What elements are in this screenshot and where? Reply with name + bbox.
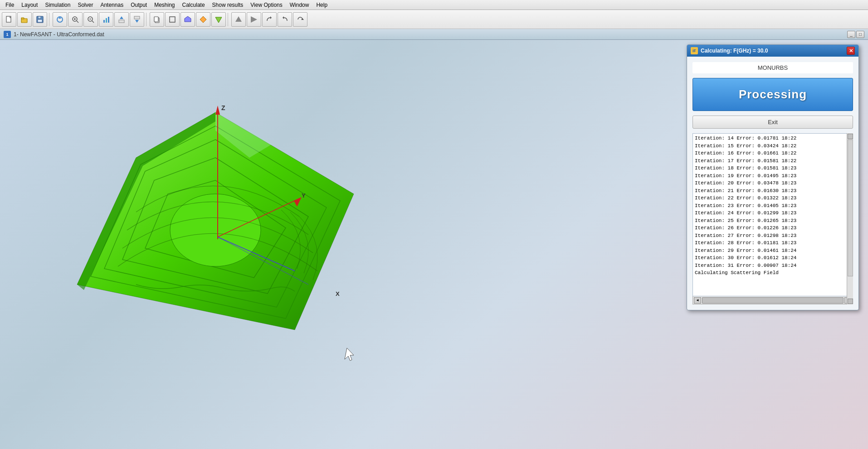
window-icon: 1 [4, 31, 11, 38]
log-line: Iteration: 20 Error: 0.03478 18:23 [695, 179, 851, 187]
scroll-thumb[interactable] [702, 297, 844, 304]
log-line: Iteration: 26 Error: 0.01226 18:23 [695, 224, 851, 232]
dialog-close-btn[interactable]: ✕ [847, 47, 855, 55]
log-line: Iteration: 16 Error: 0.01661 18:22 [695, 150, 851, 157]
log-line: Iteration: 27 Error: 0.01298 18:23 [695, 232, 851, 240]
svg-marker-42 [215, 106, 220, 115]
svg-rect-18 [119, 20, 124, 23]
toolbar-shape4-btn[interactable] [211, 12, 226, 27]
toolbar [0, 10, 868, 29]
log-line: Iteration: 15 Error: 0.03424 18:22 [695, 142, 851, 150]
svg-text:Y: Y [302, 192, 306, 199]
toolbar-zoom-out-btn[interactable] [83, 12, 98, 27]
processing-text: Processing [739, 87, 807, 101]
toolbar-nav-undo-btn[interactable] [278, 12, 292, 27]
toolbar-nav-redo-btn[interactable] [262, 12, 277, 27]
toolbar-shape1-btn[interactable] [165, 12, 180, 27]
model-area: Z Y X [0, 40, 700, 449]
toolbar-open-btn[interactable] [17, 12, 32, 27]
toolbar-shape3-btn[interactable] [196, 12, 210, 27]
toolbar-nav-right-btn[interactable] [247, 12, 261, 27]
toolbar-shape2-btn[interactable] [180, 12, 195, 27]
svg-rect-15 [103, 20, 105, 23]
menu-item-calculate[interactable]: Calculate [179, 1, 209, 9]
svg-rect-23 [154, 17, 158, 22]
3d-model: Z Y X [45, 63, 385, 380]
processing-dialog: iF Calculating: F(GHz) = 30.0 ✕ MONURBS … [687, 44, 859, 310]
log-line: Iteration: 19 Error: 0.01495 18:23 [695, 172, 851, 180]
log-line: Iteration: 22 Error: 0.01322 18:23 [695, 194, 851, 202]
dialog-titlebar: iF Calculating: F(GHz) = 30.0 ✕ [687, 45, 858, 57]
toolbar-sep2 [146, 13, 148, 26]
toolbar-new-btn[interactable] [2, 12, 16, 27]
toolbar-nav-up-btn[interactable] [231, 12, 246, 27]
svg-rect-16 [106, 18, 107, 23]
monurbs-text: MONURBS [758, 64, 788, 71]
svg-marker-27 [215, 17, 222, 23]
svg-point-38 [170, 194, 261, 266]
exit-label: Exit [768, 119, 778, 126]
menu-item-output[interactable]: Output [127, 1, 151, 9]
svg-marker-25 [185, 16, 191, 22]
toolbar-save-btn[interactable] [33, 12, 47, 27]
log-area[interactable]: Iteration: 14 Error: 0.01781 18:22Iterat… [692, 133, 853, 296]
log-line: Iteration: 24 Error: 0.01299 18:23 [695, 209, 851, 217]
svg-rect-20 [134, 16, 140, 19]
window-title: 1- NewFASANT - UltraConformed.dat [14, 31, 104, 38]
menu-item-help[interactable]: Help [312, 1, 331, 9]
toolbar-refresh-btn[interactable] [53, 12, 67, 27]
menu-item-show-results[interactable]: Show results [209, 1, 247, 9]
svg-rect-17 [108, 17, 109, 23]
log-line: Iteration: 25 Error: 0.01265 18:23 [695, 217, 851, 225]
svg-marker-29 [251, 16, 257, 23]
toolbar-export-down-btn[interactable] [130, 12, 144, 27]
svg-marker-21 [135, 20, 139, 23]
log-scrollbar[interactable]: ◄ ► [692, 296, 853, 304]
log-line: Iteration: 21 Error: 0.01630 18:23 [695, 187, 851, 195]
menu-item-simulation[interactable]: Simulation [41, 1, 74, 9]
svg-marker-19 [120, 16, 123, 19]
log-line: Iteration: 14 Error: 0.01781 18:22 [695, 135, 851, 142]
log-line: Iteration: 30 Error: 0.01612 18:24 [695, 254, 851, 262]
dialog-body: MONURBS Processing Exit Iteration: 14 Er… [687, 57, 858, 310]
log-line: Iteration: 31 Error: 0.00907 18:24 [695, 262, 851, 270]
svg-marker-31 [283, 16, 284, 19]
monurbs-label: MONURBS [692, 62, 853, 73]
exit-btn[interactable]: Exit [692, 116, 853, 129]
toolbar-zoom-in-btn[interactable] [68, 12, 83, 27]
svg-line-13 [92, 21, 94, 23]
menu-item-window[interactable]: Window [286, 1, 313, 9]
log-last-line: Calculating Scattering Field [695, 269, 851, 277]
processing-indicator: Processing [692, 78, 853, 111]
toolbar-copy-btn[interactable] [150, 12, 164, 27]
dialog-icon: iF [691, 47, 698, 54]
maximize-btn[interactable]: □ [856, 31, 864, 38]
menu-item-antennas[interactable]: Antennas [97, 1, 127, 9]
scroll-left-btn[interactable]: ◄ [694, 297, 701, 304]
svg-rect-24 [170, 17, 175, 22]
svg-text:Z: Z [221, 104, 225, 111]
svg-line-9 [77, 21, 78, 23]
toolbar-sep3 [228, 13, 229, 26]
menu-item-file[interactable]: File [2, 1, 18, 9]
menu-item-view-options[interactable]: View Options [247, 1, 286, 9]
svg-marker-30 [270, 16, 272, 19]
menu-item-layout[interactable]: Layout [18, 1, 41, 9]
menu-item-meshing[interactable]: Meshing [151, 1, 178, 9]
svg-text:X: X [336, 290, 340, 297]
log-line: Iteration: 23 Error: 0.01405 18:23 [695, 202, 851, 210]
minimize-btn[interactable]: _ [847, 31, 855, 38]
toolbar-export-up-btn[interactable] [114, 12, 129, 27]
svg-marker-26 [200, 16, 206, 23]
svg-marker-28 [235, 16, 242, 22]
svg-rect-5 [38, 19, 42, 22]
menubar: FileLayoutSimulationSolverAntennasOutput… [0, 0, 868, 10]
svg-marker-32 [301, 18, 304, 20]
viewport: Z Y X iF Calculating: F(GHz) = 30.0 ✕ [0, 40, 868, 449]
menu-item-solver[interactable]: Solver [74, 1, 97, 9]
toolbar-nav-loop-btn[interactable] [293, 12, 307, 27]
toolbar-chart-btn[interactable] [99, 12, 113, 27]
log-line: Iteration: 28 Error: 0.01181 18:23 [695, 239, 851, 247]
svg-rect-2 [21, 18, 24, 19]
dialog-title: Calculating: F(GHz) = 30.0 [701, 48, 768, 54]
